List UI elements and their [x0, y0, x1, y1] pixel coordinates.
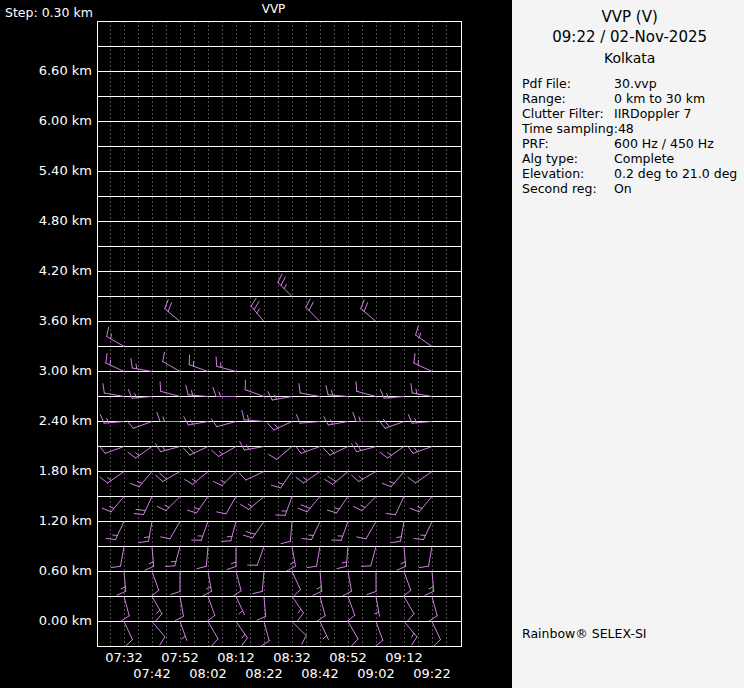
- x-axis-label: 09:02: [357, 666, 394, 681]
- parameter-value: IIRDoppler 7: [614, 106, 691, 121]
- wind-barb: [152, 622, 165, 645]
- wind-barb: [187, 497, 208, 513]
- wind-barb: [278, 274, 292, 297]
- parameter-label: Clutter Filter:: [522, 106, 614, 121]
- wind-barb: [183, 446, 208, 455]
- parameter-row: Range:0 km to 30 km: [522, 91, 737, 106]
- wind-barb: [239, 472, 264, 481]
- wind-barb: [271, 472, 292, 488]
- wind-barb: [343, 572, 351, 596]
- wind-barb: [157, 497, 180, 511]
- wind-barb: [127, 421, 152, 428]
- wind-barb: [185, 472, 208, 485]
- x-axis-label: 09:12: [385, 650, 422, 665]
- wind-barb: [156, 472, 180, 482]
- wind-barb: [298, 497, 320, 512]
- wind-barb: [227, 547, 236, 570]
- wind-barb: [161, 522, 180, 539]
- wind-barb: [212, 447, 236, 457]
- wind-barb: [203, 572, 211, 596]
- wind-barb: [353, 497, 376, 511]
- wind-barb: [325, 472, 348, 485]
- parameter-value: 0.2 deg to 21.0 deg: [614, 166, 737, 181]
- wind-barb: [163, 352, 180, 371]
- wind-barb: [152, 597, 162, 621]
- wind-profile-chart: VVPStep: 0.30 km6.60 km6.00 km5.40 km4.8…: [0, 0, 512, 688]
- wind-barb: [207, 597, 214, 622]
- wind-barb: [197, 547, 208, 569]
- wind-barb: [425, 572, 434, 596]
- panel-title: VVP (V): [522, 8, 737, 26]
- brand-label: Rainbow® SELEX-SI: [522, 626, 647, 641]
- parameter-row: PRF:600 Hz / 450 Hz: [522, 136, 737, 151]
- wind-barb: [151, 572, 158, 597]
- wind-barb: [404, 622, 417, 645]
- parameter-label: PRF:: [522, 136, 614, 151]
- x-axis-label: 08:32: [273, 650, 310, 665]
- x-axis-label: 07:52: [161, 650, 198, 665]
- wind-barb: [299, 384, 320, 397]
- wind-barb: [106, 354, 124, 372]
- y-axis-label: 4.80 km: [39, 213, 92, 228]
- y-axis-label: 1.20 km: [39, 513, 92, 528]
- info-panel: VVP (V) 09:22 / 02-Nov-2025 Kolkata Pdf …: [512, 0, 744, 688]
- y-axis-label: 3.00 km: [39, 363, 92, 378]
- wind-barb: [139, 522, 152, 543]
- y-axis-label: 6.00 km: [39, 113, 92, 128]
- wind-barb: [267, 422, 292, 431]
- wind-barb: [241, 497, 264, 510]
- wind-barb: [131, 359, 152, 372]
- wind-barb: [287, 547, 295, 571]
- wind-barb: [419, 547, 432, 568]
- wind-barb: [186, 386, 208, 397]
- x-axis-label: 09:22: [413, 666, 450, 681]
- wind-barb: [128, 447, 152, 459]
- x-axis-label: 08:12: [217, 650, 254, 665]
- parameter-label: Range:: [522, 91, 614, 106]
- wind-barb: [180, 622, 187, 641]
- parameter-value: 0 km to 30 km: [614, 91, 705, 106]
- wind-barb: [165, 547, 180, 567]
- parameter-row: Time sampling:48: [522, 121, 737, 136]
- y-axis-label: 6.60 km: [39, 63, 92, 78]
- wind-barb: [269, 447, 292, 460]
- parameter-list: Pdf File:30.vvpRange:0 km to 30 kmClutte…: [522, 76, 737, 196]
- wind-barb: [429, 597, 437, 622]
- wind-barb: [100, 472, 124, 484]
- panel-station: Kolkata: [522, 50, 737, 66]
- wind-barb: [416, 326, 432, 347]
- wind-barb: [326, 386, 348, 397]
- wind-barb: [111, 547, 124, 568]
- wind-barb: [236, 622, 248, 646]
- wind-barb: [296, 472, 320, 484]
- y-axis-label: 3.60 km: [39, 313, 92, 328]
- y-axis-label: 0.00 km: [39, 613, 92, 628]
- wind-barb: [213, 388, 236, 397]
- wind-barb: [156, 444, 181, 452]
- wind-barb: [121, 597, 129, 622]
- x-axis-label: 08:22: [245, 666, 282, 681]
- x-axis-label: 08:02: [189, 666, 226, 681]
- wind-barb: [171, 572, 180, 595]
- wind-barb: [192, 522, 208, 541]
- wind-barb: [292, 622, 306, 645]
- wind-barb: [236, 597, 245, 615]
- chart-title: VVP: [262, 2, 286, 16]
- wind-barb: [432, 622, 441, 647]
- wind-barb: [257, 597, 266, 621]
- x-axis-label: 07:32: [105, 650, 142, 665]
- wind-barb: [302, 522, 320, 540]
- wind-barb: [320, 622, 329, 640]
- wind-barb: [353, 413, 376, 422]
- wind-barb: [217, 497, 236, 514]
- wind-barb: [410, 497, 432, 512]
- wind-barb: [253, 572, 264, 594]
- wind-barb: [407, 446, 432, 453]
- wind-barb: [134, 497, 152, 515]
- wind-barb: [324, 417, 348, 425]
- wind-barb: [208, 622, 218, 646]
- wind-barb: [356, 382, 376, 397]
- panel-datetime: 09:22 / 02-Nov-2025: [522, 28, 737, 46]
- parameter-label: Elevation:: [522, 166, 614, 181]
- parameter-value: 48: [618, 121, 634, 136]
